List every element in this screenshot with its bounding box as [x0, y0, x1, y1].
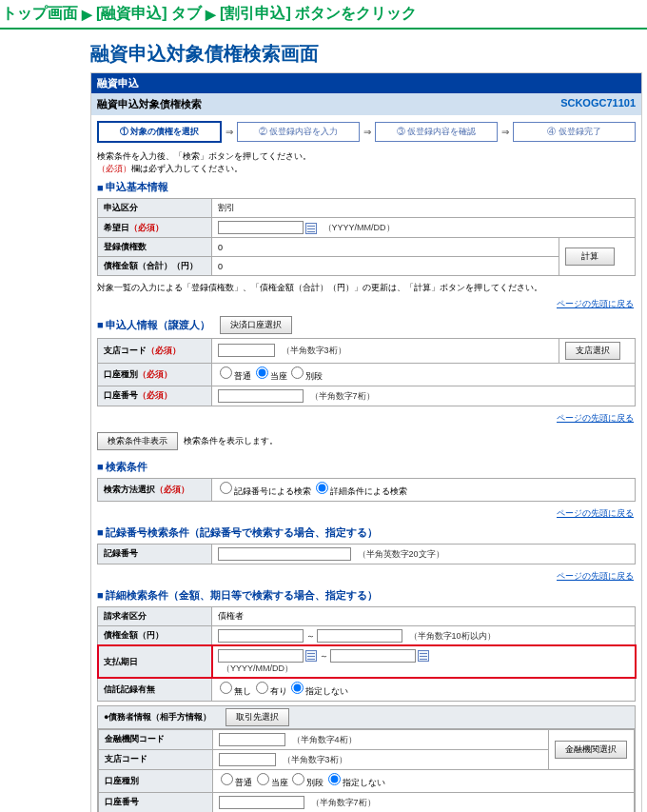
fin-select-button[interactable]: 金融機関選択 [555, 741, 627, 759]
fin-code-cell: （半角数字4桁） [213, 729, 549, 749]
acct-type2-radio-touza[interactable] [257, 773, 269, 785]
acct-type-cell: 普通 当座 別段 [212, 363, 636, 386]
hide-condition-row: 検索条件非表示 検索条件を表示します。 [91, 426, 641, 456]
fin-code-input[interactable] [219, 733, 285, 746]
section-basic: 申込基本情報 [91, 176, 641, 198]
pay-date-label: 支払期日 [98, 645, 212, 678]
record-no-input[interactable] [218, 547, 351, 561]
acct-no-input[interactable] [218, 389, 304, 403]
trust-na[interactable]: 指定しない [289, 686, 348, 696]
app-type-label: 申込区分 [98, 199, 212, 218]
debtor-info-box: ●債務者情報（相手方情報） 取引先選択 金融機関コード （半角数字4桁） 金融機… [97, 705, 636, 812]
page-top-link[interactable]: ページの先頭に戻る [557, 413, 634, 423]
billing-type-value: 債権者 [212, 606, 636, 625]
basic-info-table: 申込区分 割引 希望日（必須） （YYYY/MM/DD） 登録債権数 0 計算 … [97, 198, 636, 276]
branch-code2-input[interactable] [219, 753, 276, 766]
total-amount-value: 0 [212, 257, 559, 276]
page-top-link[interactable]: ページの先頭に戻る [557, 571, 634, 581]
hide-condition-button[interactable]: 検索条件非表示 [97, 432, 178, 450]
branch-code-hint: （半角数字3桁） [282, 346, 346, 355]
acct-type2-betsu[interactable]: 別段 [290, 778, 324, 787]
calendar-icon[interactable] [305, 650, 317, 662]
sub-header: 融資申込対象債権検索 SCKOGC71101 [91, 93, 641, 115]
branch-code2-hint: （半角数字3桁） [283, 755, 347, 764]
acct-type2-futsuu[interactable]: 普通 [219, 778, 252, 787]
acct-no2-cell: （半角数字7桁） [213, 792, 635, 812]
breadcrumb: トップ画面 ▶ [融資申込] タブ ▶ [割引申込] ボタンをクリック [0, 0, 647, 30]
tx-select-button[interactable]: 取引先選択 [225, 708, 289, 726]
pay-date-to-input[interactable] [330, 649, 416, 663]
calc-button[interactable]: 計算 [565, 248, 615, 266]
step-4: ④ 仮登録完了 [513, 122, 636, 142]
acct-type2-cell: 普通 当座 別段 指定しない [213, 769, 635, 792]
acct-no-label: 口座番号（必須） [98, 386, 212, 406]
acct-type-betsu[interactable]: 別段 [289, 371, 323, 381]
fin-code-hint: （半角数字4桁） [292, 735, 357, 744]
acct-no2-label: 口座番号 [99, 792, 213, 812]
calendar-icon[interactable] [305, 223, 317, 234]
branch-code2-label: 支店コード [99, 749, 213, 769]
section-search-cond: 検索条件 [91, 456, 641, 478]
acct-type2-na[interactable]: 指定しない [326, 778, 385, 787]
pay-date-format: （YYYY/MM/DD） [222, 663, 629, 675]
page-top-link[interactable]: ページの先頭に戻る [557, 299, 634, 308]
acct-type2-touza[interactable]: 当座 [255, 778, 288, 787]
step-2: ② 仮登録内容を入力 [237, 122, 360, 142]
branch-select-button[interactable]: 支店選択 [565, 342, 620, 360]
branch-code-input[interactable] [218, 344, 275, 357]
amount-to-input[interactable] [317, 629, 402, 643]
instruction: 検索条件を入力後、「検索」ボタンを押してください。 （必須）欄は必ず入力してくだ… [91, 149, 641, 176]
acct-type-radio-betsu[interactable] [291, 366, 304, 379]
acct-type-radio-touza[interactable] [256, 366, 268, 379]
branch-code-label: 支店コード（必須） [98, 338, 212, 363]
acct-type2-label: 口座種別 [99, 769, 213, 792]
calendar-icon[interactable] [418, 650, 429, 662]
hide-condition-note: 検索条件を表示します。 [184, 435, 278, 447]
pay-date-cell: ～ （YYYY/MM/DD） [212, 645, 636, 678]
trust-radio-none[interactable] [220, 682, 232, 694]
record-no-hint: （半角英数字20文字） [358, 549, 444, 559]
search-method-cell: 記録番号による検索 詳細条件による検索 [212, 478, 636, 501]
fin-code-label: 金融機関コード [99, 729, 213, 749]
acct-type2-radio-betsu[interactable] [292, 773, 304, 785]
acct-type2-radio-na[interactable] [328, 773, 341, 785]
arrow-icon: ▶ [206, 7, 216, 22]
calc-cell: 計算 [559, 238, 636, 276]
step-1: ① 対象の債権を選択 [97, 121, 222, 143]
section-applicant: 申込人情報（譲渡人） 決済口座選択 [91, 312, 641, 338]
record-no-cell: （半角英数字20文字） [212, 544, 636, 564]
amount-hint: （半角数字10桁以内） [409, 631, 496, 641]
search-by-detail[interactable]: 詳細条件による検索 [314, 486, 407, 496]
calc-note: 対象一覧の入力による「登録債権数」、「債権金額（合計）（円）」の更新は、「計算」… [91, 280, 641, 296]
date-format-hint: （YYYY/MM/DD） [324, 223, 395, 232]
trust-radio-yes[interactable] [256, 682, 268, 694]
pay-date-from-input[interactable] [218, 649, 304, 663]
search-cond-table: 検索方法選択（必須） 記録番号による検索 詳細条件による検索 [97, 478, 636, 502]
acct-no-hint: （半角数字7桁） [310, 391, 375, 401]
desired-date-input[interactable] [218, 221, 304, 234]
section-detail: 詳細検索条件（金額、期日等で検索する場合、指定する） [91, 584, 641, 606]
bc-part2: [融資申込] タブ [96, 4, 202, 24]
trust-yes[interactable]: 有り [254, 686, 287, 696]
total-amount-label: 債権金額（合計）（円） [98, 257, 212, 276]
amount-from-input[interactable] [218, 629, 304, 643]
acct-type-touza[interactable]: 当座 [254, 371, 287, 381]
trust-radio-na[interactable] [291, 682, 304, 694]
acct-no2-input[interactable] [219, 796, 304, 809]
tilde: ～ [306, 631, 315, 641]
acct-type2-radio-futsuu[interactable] [221, 773, 233, 785]
trust-cell: 無し 有り 指定しない [212, 678, 636, 701]
branch-select-cell: 支店選択 [559, 338, 636, 363]
step-arrow-icon: ⇒ [225, 127, 233, 137]
search-method-radio-no[interactable] [220, 482, 232, 494]
trust-none[interactable]: 無し [218, 686, 251, 696]
bc-part1: トップ画面 [2, 4, 78, 24]
acct-type-radio-futsuu[interactable] [220, 366, 232, 379]
step-indicator: ① 対象の債権を選択 ⇒ ② 仮登録内容を入力 ⇒ ③ 仮登録内容を確認 ⇒ ④… [91, 115, 641, 149]
search-method-radio-detail[interactable] [316, 482, 328, 494]
settlement-account-button[interactable]: 決済口座選択 [220, 316, 292, 334]
page-top-link[interactable]: ページの先頭に戻る [557, 508, 634, 518]
arrow-icon: ▶ [82, 7, 92, 22]
search-by-no[interactable]: 記録番号による検索 [218, 486, 311, 496]
acct-type-futsuu[interactable]: 普通 [218, 371, 251, 381]
